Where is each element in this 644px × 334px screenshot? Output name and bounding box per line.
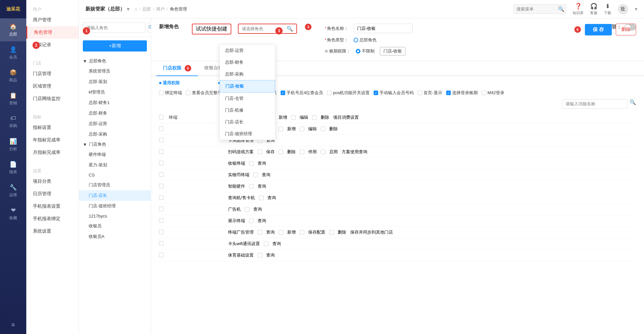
cb-ad-machine[interactable]	[159, 207, 164, 211]
role-search-trigger[interactable]: 🔍	[238, 24, 297, 34]
support-action[interactable]: 🎧 客服	[590, 3, 597, 15]
cb-smart-hardware[interactable]	[159, 184, 164, 188]
cb-terminal-ad[interactable]	[159, 230, 164, 234]
sidebar-item-fenxi[interactable]: 📊 分析	[0, 133, 26, 156]
cb-homepage-display[interactable]: 首页-显示	[418, 90, 442, 96]
left-nav-item-index-settings[interactable]: 指标设置	[26, 121, 79, 134]
breadcrumb-home-icon[interactable]: ⌂	[135, 7, 137, 11]
tree-node-hq-finance1[interactable]: 总部-财务1	[79, 97, 151, 108]
add-role-button[interactable]: +新增	[83, 40, 147, 52]
tree-node-store-shift-manager[interactable]: 门店-值班经理	[79, 201, 151, 211]
cb-select-login-period[interactable]: ✓选择登录账期	[446, 90, 478, 96]
sidebar-item-shoucang[interactable]: ❤ 收藏	[0, 202, 26, 225]
tree-search-input[interactable]	[83, 22, 145, 33]
cb-yuele-edit[interactable]	[291, 115, 296, 120]
left-nav-item-network-monitor[interactable]: 门店网络监控	[26, 93, 79, 105]
cb-yuele-delete[interactable]	[312, 115, 317, 120]
cb-coin-terminal-query[interactable]	[253, 173, 258, 177]
cb-display-terminal[interactable]	[159, 218, 164, 223]
cb-qr-delete[interactable]	[279, 150, 283, 154]
cb-port-delete[interactable]	[321, 127, 325, 131]
checkbox-bind-terminal[interactable]	[159, 91, 164, 95]
dropdown-item-hq-finance[interactable]: 总部-财务	[220, 56, 275, 68]
cb-card-wifi-query[interactable]	[264, 241, 268, 246]
left-nav-item-monthly-rate[interactable]: 月指标完成率	[26, 146, 79, 159]
cb-bind-terminal[interactable]: 绑定终端	[159, 90, 182, 96]
cb-terminal[interactable]	[159, 115, 164, 119]
cb-port-add[interactable]	[279, 127, 283, 131]
user-avatar[interactable]: 壮	[618, 4, 628, 14]
cb-card-wifi[interactable]	[159, 241, 164, 246]
cb-terminal-ad-save-config[interactable]	[300, 230, 304, 235]
cb-terminal-ad-delete[interactable]	[329, 230, 334, 235]
tree-node-hq-ops[interactable]: 总部-运营	[79, 118, 151, 129]
cb-cashier-terminal[interactable]	[159, 161, 164, 165]
checkbox-m42-login[interactable]	[482, 91, 486, 95]
dropdown-item-store-warehouse[interactable]: 门店-仓管	[220, 93, 275, 104]
checkbox-pos-switch[interactable]	[327, 91, 332, 95]
sidebar-item-shangpin[interactable]: 📦 商品	[0, 64, 26, 87]
checkbox-view-full-phone[interactable]	[186, 91, 191, 95]
sidebar-menu-icon[interactable]: ≡	[0, 316, 26, 334]
left-nav-item-project-category[interactable]: 项目分类	[26, 175, 79, 188]
tree-node-sys-admin[interactable]: 系统管理员	[79, 66, 151, 76]
cb-cashier-terminal-query[interactable]	[249, 161, 254, 166]
left-nav-item-region-management[interactable]: 区域管理	[26, 80, 79, 93]
delete-button[interactable]: 删除	[616, 24, 636, 35]
cb-qr-disable[interactable]	[300, 150, 304, 154]
cb-ad-machine-query[interactable]	[245, 207, 249, 212]
sidebar-item-caigou[interactable]: 🏷 采购	[0, 110, 26, 133]
cb-port-management[interactable]	[159, 126, 164, 131]
tree-node-1217bycs[interactable]: 1217bycs	[79, 211, 151, 221]
sidebar-item-yunwei[interactable]: 🔧 运维	[0, 179, 26, 202]
tree-node-store-admin[interactable]: 门店管理员	[79, 180, 151, 190]
global-search-icon[interactable]: 🔍	[558, 6, 564, 12]
sidebar-item-yingxiao[interactable]: 📋 营销	[0, 87, 26, 110]
radio-unlimited[interactable]	[356, 49, 360, 53]
role-name-input[interactable]	[354, 24, 413, 33]
checkbox-select-login-period[interactable]: ✓	[446, 91, 451, 95]
dropdown-item-store-cashier[interactable]: 门店-收银	[220, 80, 275, 93]
tree-node-hq-finance[interactable]: 总部-财务	[79, 108, 151, 118]
global-search[interactable]: 🔍	[514, 4, 566, 14]
tree-node-hq-purchase[interactable]: 总部-采购	[79, 129, 151, 139]
cb-terminal-ad-query[interactable]	[258, 230, 262, 235]
dropdown-item-store-shift-manager[interactable]: 门店-值班经理	[220, 128, 275, 140]
left-nav-item-store-management[interactable]: 门店管理	[26, 68, 79, 80]
checkbox-homepage-display[interactable]	[418, 91, 422, 95]
left-nav-item-phone-report-bind[interactable]: 手机报表绑定	[26, 213, 79, 225]
cb-manual-member[interactable]: ✓手动输入会员号码	[374, 90, 414, 96]
sidebar-item-zongbu[interactable]: 🏠 总部	[0, 18, 26, 41]
cb-coin-terminal[interactable]	[159, 172, 164, 177]
breadcrumb-user[interactable]: 用户	[156, 6, 165, 12]
cb-qr-game[interactable]	[159, 149, 164, 154]
left-nav-item-system-settings[interactable]: 系统设置	[26, 225, 79, 238]
tree-node-hardware-terminal[interactable]: 硬件终端	[79, 149, 151, 160]
perm-search-icon[interactable]: 🔍	[630, 99, 636, 109]
radio-hq[interactable]	[354, 38, 358, 42]
system-title-dropdown-icon[interactable]: ▾	[127, 6, 129, 12]
cb-sports-basic-query[interactable]	[258, 253, 262, 258]
left-nav-item-calendar[interactable]: 日历管理	[26, 188, 79, 200]
cb-m42-login[interactable]: M42登录	[482, 90, 504, 96]
avatar-dropdown-icon[interactable]: ▾	[635, 6, 637, 12]
role-type-option-hq[interactable]: 总部角色	[354, 37, 377, 43]
tree-node-xingli-plan[interactable]: 星力-策划	[79, 160, 151, 170]
tree-node-cs[interactable]: CS	[79, 170, 151, 180]
cb-query-machine-query[interactable]	[259, 196, 264, 200]
left-nav-item-user-management[interactable]: 用户管理	[26, 14, 79, 26]
checkbox-manual-member[interactable]: ✓	[374, 91, 378, 95]
cb-qr-enable[interactable]	[321, 150, 325, 154]
perm-search-input[interactable]	[562, 99, 628, 109]
tree-node-kf-admin[interactable]: kf管理员	[79, 87, 151, 97]
cb-pos-switch[interactable]: pos机功能开关设置	[327, 90, 370, 96]
tree-group-store[interactable]: ▼ 门店角色	[79, 139, 151, 149]
account-limit-unlimited[interactable]: 不限制	[356, 48, 375, 54]
download-action[interactable]: ⬇ 下载	[604, 3, 611, 15]
knowledge-action[interactable]: ❓ 知识库	[573, 3, 584, 15]
sidebar-item-baobiao[interactable]: 📄 报表	[0, 156, 26, 179]
dropdown-item-hq-purchase[interactable]: 总部-采购	[220, 68, 275, 80]
tree-node-cashier-a[interactable]: 收银员A	[79, 231, 151, 242]
sidebar-item-huiyuan[interactable]: 👤 会员	[0, 41, 26, 64]
tree-node-cashier[interactable]: 收银员	[79, 221, 151, 231]
